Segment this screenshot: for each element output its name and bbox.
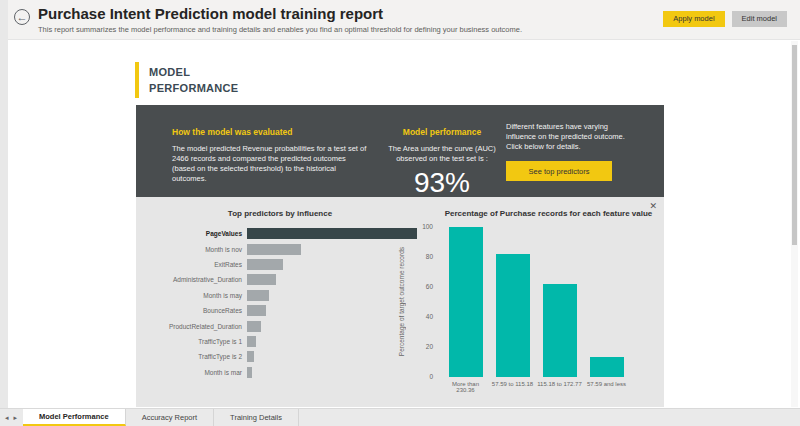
prev-page-icon[interactable]: ◂ bbox=[5, 414, 9, 422]
tab-nav-arrows: ◂ ▸ bbox=[0, 409, 23, 426]
predictor-row[interactable]: PageValues bbox=[136, 226, 426, 241]
evaluation-heading: How the model was evaluated bbox=[172, 127, 368, 137]
features-column: Different features have varying influenc… bbox=[506, 122, 628, 181]
x-axis-category-label: 57.59 and less bbox=[583, 381, 630, 393]
feature-value-bar[interactable] bbox=[590, 357, 624, 377]
x-axis-category-label: More than 230.36 bbox=[442, 381, 489, 393]
tab-accuracy-report[interactable]: Accuracy Report bbox=[126, 409, 214, 426]
section-heading: MODEL PERFORMANCE bbox=[135, 62, 238, 98]
bar-column bbox=[489, 227, 536, 377]
predictor-label: Month is nov bbox=[136, 246, 247, 253]
auc-value: 93% bbox=[378, 167, 506, 199]
predictors-visual-panel: ✕ Top predictors by influence PageValues… bbox=[136, 197, 664, 407]
section-title: MODEL PERFORMANCE bbox=[149, 62, 238, 98]
predictor-bar[interactable] bbox=[247, 305, 266, 316]
predictor-bar[interactable] bbox=[247, 336, 256, 347]
predictor-rows: PageValuesMonth is novExitRatesAdministr… bbox=[136, 226, 426, 380]
feature-value-bar[interactable] bbox=[496, 254, 530, 377]
y-axis-label-text: Percentage of target outcome records bbox=[398, 247, 405, 356]
features-body: Different features have varying influenc… bbox=[506, 122, 628, 152]
bar-column bbox=[442, 227, 489, 377]
performance-body: The Area under the curve (AUC) observed … bbox=[378, 144, 506, 164]
feature-value-bar[interactable] bbox=[449, 227, 483, 377]
predictor-row[interactable]: ProductRelated_Duration bbox=[136, 318, 426, 333]
report-tab-bar: ◂ ▸ Model Performance Accuracy Report Tr… bbox=[0, 408, 800, 426]
predictor-row[interactable]: Administrative_Duration bbox=[136, 272, 426, 287]
right-chart-category-labels: More than 230.3657.59 to 115.18115.18 to… bbox=[442, 381, 630, 393]
tab-training-details[interactable]: Training Details bbox=[214, 409, 299, 426]
predictor-row[interactable]: TrafficType is 2 bbox=[136, 349, 426, 364]
see-top-predictors-button[interactable]: See top predictors bbox=[506, 161, 612, 181]
accent-bar bbox=[135, 62, 139, 98]
y-axis-tick-label: 80 bbox=[411, 253, 433, 260]
apply-model-button[interactable]: Apply model bbox=[663, 11, 724, 27]
section-title-line2: PERFORMANCE bbox=[149, 80, 238, 96]
next-page-icon[interactable]: ▸ bbox=[14, 414, 18, 422]
right-chart-title: Percentage of Purchase records for each … bbox=[436, 209, 661, 218]
header-actions: Apply model Edit model bbox=[663, 11, 787, 27]
predictor-label: Administrative_Duration bbox=[136, 276, 247, 283]
predictor-bar[interactable] bbox=[247, 367, 252, 378]
y-axis-tick-label: 0 bbox=[411, 373, 433, 380]
performance-heading: Model performance bbox=[378, 127, 506, 137]
tab-model-performance[interactable]: Model Performance bbox=[23, 409, 126, 426]
predictor-bar[interactable] bbox=[247, 274, 276, 285]
right-chart-plot-area: 100806040200 bbox=[436, 227, 661, 377]
predictor-label: PageValues bbox=[136, 230, 247, 237]
page-title: Purchase Intent Prediction model trainin… bbox=[38, 5, 383, 22]
left-chart-title: Top predictors by influence bbox=[150, 209, 410, 218]
page-subtitle: This report summarizes the model perform… bbox=[38, 25, 522, 34]
performance-column: Model performance The Area under the cur… bbox=[378, 127, 506, 199]
predictor-bar[interactable] bbox=[247, 244, 301, 255]
y-axis-tick-label: 20 bbox=[411, 343, 433, 350]
predictor-row[interactable]: BounceRates bbox=[136, 303, 426, 318]
vertical-scrollbar[interactable] bbox=[791, 41, 798, 407]
predictor-bar[interactable] bbox=[247, 228, 417, 239]
predictor-label: BounceRates bbox=[136, 307, 247, 314]
predictor-row[interactable]: Month is nov bbox=[136, 241, 426, 256]
predictor-bar[interactable] bbox=[247, 290, 269, 301]
predictor-row[interactable]: Month is mar bbox=[136, 365, 426, 380]
edit-model-button[interactable]: Edit model bbox=[732, 11, 787, 27]
predictor-label: Month is may bbox=[136, 292, 247, 299]
bar-column bbox=[583, 227, 630, 377]
predictor-label: TrafficType is 1 bbox=[136, 338, 247, 345]
right-chart-bars bbox=[442, 227, 630, 377]
back-button[interactable]: ← bbox=[14, 9, 30, 25]
predictor-row[interactable]: ExitRates bbox=[136, 257, 426, 272]
y-axis-tick-label: 100 bbox=[411, 223, 433, 230]
right-chart-y-axis-label: Percentage of target outcome records bbox=[398, 227, 405, 377]
feature-value-bar[interactable] bbox=[543, 284, 577, 377]
model-summary-panel: How the model was evaluated The model pr… bbox=[136, 105, 664, 197]
scrollbar-thumb[interactable] bbox=[792, 45, 797, 245]
predictor-row[interactable]: Month is may bbox=[136, 288, 426, 303]
bar-column bbox=[536, 227, 583, 377]
predictor-label: TrafficType is 2 bbox=[136, 353, 247, 360]
predictor-label: ProductRelated_Duration bbox=[136, 323, 247, 330]
collapsed-nav-strip bbox=[0, 0, 8, 408]
evaluation-body: The model predicted Revenue probabilitie… bbox=[172, 144, 368, 184]
y-axis-tick-label: 60 bbox=[411, 283, 433, 290]
predictor-bar[interactable] bbox=[247, 321, 261, 332]
x-axis-category-label: 115.18 to 172.77 bbox=[536, 381, 583, 393]
predictor-bar[interactable] bbox=[247, 351, 254, 362]
predictor-label: ExitRates bbox=[136, 261, 247, 268]
report-header: ← Purchase Intent Prediction model train… bbox=[8, 0, 800, 40]
section-title-line1: MODEL bbox=[149, 64, 238, 80]
evaluation-column: How the model was evaluated The model pr… bbox=[172, 127, 368, 184]
predictor-label: Month is mar bbox=[136, 369, 247, 376]
predictor-bar[interactable] bbox=[247, 259, 283, 270]
y-axis-tick-label: 40 bbox=[411, 313, 433, 320]
predictor-row[interactable]: TrafficType is 1 bbox=[136, 334, 426, 349]
x-axis-category-label: 57.59 to 115.18 bbox=[489, 381, 536, 393]
